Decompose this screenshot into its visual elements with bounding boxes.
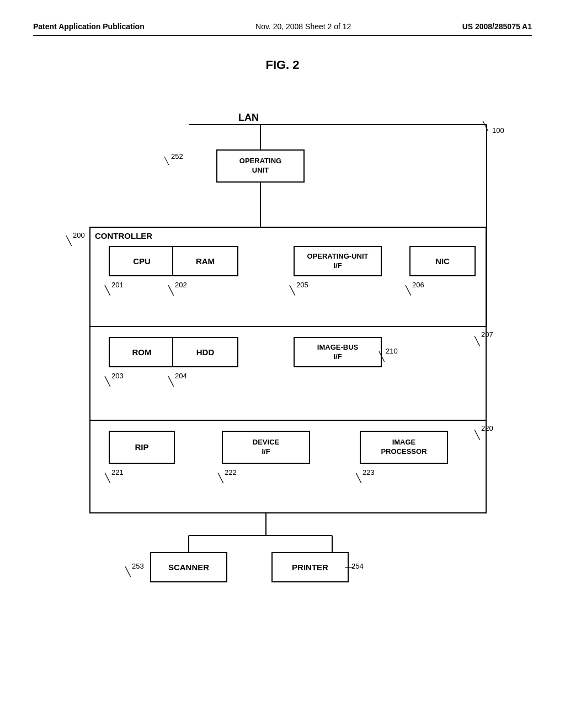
ram-arrow: ╲ bbox=[168, 285, 174, 296]
printer-box: PRINTER bbox=[271, 552, 349, 582]
figure-title: FIG. 2 bbox=[33, 58, 532, 72]
controller-ref: 200 bbox=[73, 231, 85, 239]
rip-arrow: ╲ bbox=[105, 473, 110, 483]
cpu-arrow: ╲ bbox=[105, 285, 110, 296]
rom-ref: 203 bbox=[111, 372, 124, 380]
device-if-ref: 222 bbox=[225, 468, 237, 477]
scanner-ref: 253 bbox=[132, 562, 144, 570]
page: Patent Application Publication Nov. 20, … bbox=[0, 0, 565, 728]
header-patent-number: US 2008/285075 A1 bbox=[462, 22, 532, 31]
operating-unit-ref: 252 bbox=[171, 152, 183, 160]
hdd-box: HDD bbox=[172, 337, 238, 367]
rip-box: RIP bbox=[109, 431, 175, 464]
header-date-sheet: Nov. 20, 2008 Sheet 2 of 12 bbox=[255, 22, 351, 31]
ref-220: 220 bbox=[481, 424, 493, 432]
rom-arrow: ╲ bbox=[105, 376, 110, 387]
operating-unit-if-ref: 205 bbox=[296, 281, 308, 289]
image-processor-box: IMAGE PROCESSOR bbox=[360, 431, 448, 464]
lan-label: LAN bbox=[238, 112, 259, 124]
operating-unit-if-arrow: ╲ bbox=[290, 285, 295, 296]
cpu-ref: 201 bbox=[111, 281, 124, 289]
page-header: Patent Application Publication Nov. 20, … bbox=[33, 22, 532, 36]
lan-ref: 100 bbox=[492, 126, 504, 135]
device-if-arrow: ╲ bbox=[218, 473, 223, 483]
ref-207: 207 bbox=[481, 330, 493, 339]
image-processor-ref: 223 bbox=[363, 468, 375, 477]
ram-ref: 202 bbox=[175, 281, 187, 289]
rom-box: ROM bbox=[109, 337, 175, 367]
scanner-arrow: ╲ bbox=[125, 566, 131, 577]
hdd-ref: 204 bbox=[175, 372, 187, 380]
scanner-box: SCANNER bbox=[150, 552, 227, 582]
image-bus-if-ref: 210 bbox=[386, 347, 398, 355]
operating-unit-box: OPERATING UNIT bbox=[216, 149, 305, 183]
operating-unit-if-box: OPERATING-UNIT I/F bbox=[294, 246, 382, 276]
hdd-arrow: ╲ bbox=[168, 376, 174, 387]
divider-2 bbox=[89, 420, 487, 421]
image-bus-if-box: IMAGE-BUS I/F bbox=[294, 337, 382, 367]
diagram: LAN 100 ╲ OPERATING UNIT 252 ╲ CONTROLLE… bbox=[56, 94, 509, 591]
nic-ref: 206 bbox=[412, 281, 424, 289]
nic-box: NIC bbox=[409, 246, 476, 276]
controller-label: CONTROLLER bbox=[95, 231, 152, 240]
device-if-box: DEVICE I/F bbox=[222, 431, 310, 464]
ref-207-arrow: ╲ bbox=[475, 336, 480, 346]
controller-arrow: ╲ bbox=[66, 235, 72, 246]
ref-220-arrow: ╲ bbox=[475, 430, 480, 440]
ram-box: RAM bbox=[172, 246, 238, 276]
image-bus-if-arrow: ╲ bbox=[379, 351, 385, 362]
operating-unit-arrow: ╲ bbox=[164, 157, 169, 165]
nic-arrow: ╲ bbox=[406, 285, 411, 296]
header-publication-label: Patent Application Publication bbox=[33, 22, 145, 31]
image-processor-arrow: ╲ bbox=[356, 473, 361, 483]
lan-arrow: ╲ bbox=[483, 121, 488, 131]
printer-arrow: — bbox=[345, 562, 354, 572]
rip-ref: 221 bbox=[111, 468, 124, 477]
cpu-box: CPU bbox=[109, 246, 175, 276]
divider-1 bbox=[89, 326, 487, 327]
